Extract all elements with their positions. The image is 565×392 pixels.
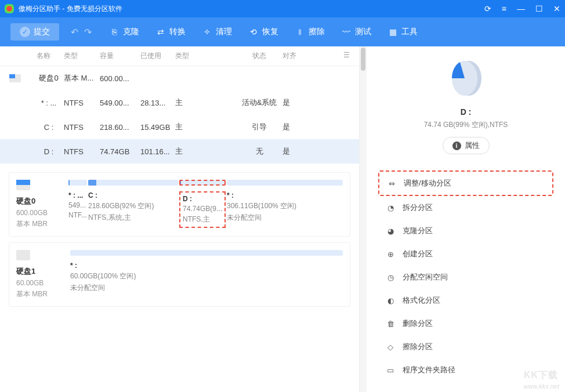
title-bar: 傲梅分区助手 - 免费无损分区软件 ⟳ ≡ — ☐ ✕ (0, 0, 565, 17)
tool-label: 转换 (169, 27, 186, 37)
table-row[interactable]: 硬盘0基本 M... 600.00... (0, 66, 359, 90)
action-icon: ◕ (385, 226, 396, 236)
action-分配空闲空间[interactable]: ◷分配空闲空间 (378, 266, 553, 289)
action-icon: ⊕ (385, 249, 396, 259)
table-row[interactable]: C :NTFS 218.60...15.49GB 主引导 是 (0, 115, 359, 139)
action-label: 拆分分区 (403, 202, 433, 213)
table-body: 硬盘0基本 M... 600.00... * : ...NTFS 549.00.… (0, 66, 359, 164)
action-删除分区[interactable]: 🗑删除分区 (378, 312, 553, 335)
header-ptype: 类型 (175, 51, 216, 61)
action-label: 克隆分区 (403, 226, 433, 236)
header-used: 已使用 (140, 51, 175, 61)
action-label: 删除分区 (403, 318, 433, 329)
tool-转换[interactable]: ⇄转换 (155, 27, 186, 37)
tool-icon: 〰 (341, 27, 352, 37)
tool-label: 清理 (216, 27, 232, 37)
sync-icon[interactable]: ⟳ (484, 4, 491, 13)
menu-icon[interactable]: ≡ (502, 4, 506, 13)
tool-label: 擦除 (309, 27, 325, 37)
app-title: 傲梅分区助手 - 免费无损分区软件 (19, 4, 484, 14)
tool-label: 克隆 (123, 27, 139, 37)
action-icon: ◔ (385, 202, 396, 213)
tool-清理[interactable]: ✧清理 (202, 27, 232, 37)
table-header: 名称 类型 容量 已使用 类型 状态 对齐 ☰ (0, 46, 359, 66)
table-row[interactable]: D :NTFS 74.74GB101.16... 主无 是 (0, 139, 359, 164)
maximize-icon[interactable]: ☐ (535, 4, 543, 13)
action-list: ⇔调整/移动分区◔拆分分区◕克隆分区⊕创建分区◷分配空闲空间◐格式化分区🗑删除分… (367, 166, 565, 386)
app-logo (5, 4, 14, 13)
tool-label: 测试 (355, 27, 371, 37)
pie-chart-area: D : 74.74 GB(99% 空闲),NTFS i 属性 (367, 58, 565, 154)
action-icon: ◐ (385, 295, 396, 306)
partition-sub: 74.74 GB(99% 空闲),NTFS (367, 120, 565, 130)
action-擦除分区[interactable]: ◇擦除分区 (378, 335, 553, 358)
action-label: 格式化分区 (403, 295, 440, 306)
action-格式化分区[interactable]: ◐格式化分区 (378, 289, 553, 312)
main-area: 名称 类型 容量 已使用 类型 状态 对齐 ☰ 硬盘0基本 M... 600.0… (0, 46, 565, 392)
action-调整/移动分区[interactable]: ⇔调整/移动分区 (378, 170, 553, 196)
action-icon: ◇ (385, 342, 396, 352)
tool-测试[interactable]: 〰测试 (341, 27, 371, 37)
undo-icon[interactable]: ↶ (71, 27, 78, 38)
tool-icon: ⦀ (295, 27, 305, 37)
tool-icon: ⟲ (248, 27, 259, 37)
action-icon: ◷ (385, 272, 396, 282)
tool-icon: ▦ (387, 27, 398, 37)
menu-icon[interactable]: ☰ (317, 51, 350, 61)
left-panel: 名称 类型 容量 已使用 类型 状态 对齐 ☰ 硬盘0基本 M... 600.0… (0, 46, 360, 392)
check-icon: ✓ (20, 27, 30, 37)
tool-icon: ✧ (202, 27, 212, 37)
properties-button[interactable]: i 属性 (443, 137, 490, 154)
tool-icon: ⎘ (109, 27, 119, 37)
tool-擦除[interactable]: ⦀擦除 (295, 27, 325, 37)
right-panel: D : 74.74 GB(99% 空闲),NTFS i 属性 ⇔调整/移动分区◔… (367, 46, 565, 392)
header-name: 名称 (23, 51, 64, 61)
action-创建分区[interactable]: ⊕创建分区 (378, 242, 553, 266)
header-align: 对齐 (282, 51, 317, 61)
action-label: 程序文件夹路径 (403, 365, 455, 375)
action-label: 分配空闲空间 (403, 272, 448, 282)
action-label: 创建分区 (403, 249, 433, 259)
header-cap: 容量 (100, 51, 140, 61)
info-icon: i (452, 141, 461, 150)
action-icon: 🗑 (385, 318, 396, 329)
partition-label: D : (367, 107, 565, 117)
action-克隆分区[interactable]: ◕克隆分区 (378, 219, 553, 242)
tool-工具[interactable]: ▦工具 (387, 27, 418, 37)
submit-label: 提交 (34, 27, 50, 37)
tool-icon: ⇄ (155, 27, 166, 37)
table-row[interactable]: * : ...NTFS 549.00...28.13... 主活动&系统 是 (0, 90, 359, 115)
props-label: 属性 (465, 140, 480, 151)
tool-label: 工具 (401, 27, 418, 37)
tool-恢复[interactable]: ⟲恢复 (248, 27, 278, 37)
disk-block[interactable]: 硬盘160.00GB基本 MBR * :60.00GB(100% 空闲)未分配空… (9, 242, 350, 307)
action-icon: ⇔ (386, 178, 397, 188)
watermark: KK下载 (524, 369, 558, 382)
minimize-icon[interactable]: — (517, 4, 525, 13)
action-拆分分区[interactable]: ◔拆分分区 (378, 196, 553, 219)
action-label: 擦除分区 (403, 342, 433, 352)
disk-block[interactable]: 硬盘0600.00GB基本 MBR * : ...549...NTF...C :… (9, 172, 350, 237)
header-type: 类型 (64, 51, 100, 61)
redo-icon[interactable]: ↷ (84, 27, 92, 38)
tool-克隆[interactable]: ⎘克隆 (109, 27, 139, 37)
submit-button[interactable]: ✓ 提交 (10, 23, 59, 41)
disk-blocks: 硬盘0600.00GB基本 MBR * : ...549...NTF...C :… (0, 164, 359, 321)
pie-chart (446, 58, 486, 99)
toolbar: ✓ 提交 ↶ ↷ ⎘克隆⇄转换✧清理⟲恢复⦀擦除〰测试▦工具 (0, 17, 565, 46)
header-status: 状态 (236, 51, 282, 61)
scrollbar[interactable] (360, 46, 367, 392)
watermark-url: www.kkx.net (524, 383, 559, 390)
tool-label: 恢复 (262, 27, 278, 37)
close-icon[interactable]: ✕ (553, 4, 560, 13)
action-label: 调整/移动分区 (404, 178, 451, 188)
undo-redo: ↶ ↷ (71, 27, 92, 38)
window-controls: ⟳ ≡ — ☐ ✕ (484, 4, 560, 13)
action-icon: ▭ (385, 365, 396, 375)
